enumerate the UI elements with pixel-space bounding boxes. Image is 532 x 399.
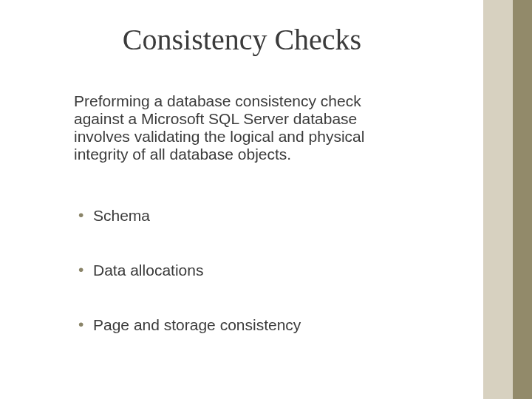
list-item: Data allocations	[74, 262, 384, 279]
bullet-label: Page and storage consistency	[93, 316, 301, 333]
bullet-list: Schema Data allocations Page and storage…	[74, 207, 384, 371]
sidebar-accent-light	[483, 0, 513, 399]
bullet-label: Data allocations	[93, 262, 203, 279]
list-item: Schema	[74, 207, 384, 225]
slide-paragraph: Preforming a database consistency check …	[74, 92, 384, 164]
sidebar-accent-dark	[513, 0, 532, 399]
bullet-label: Schema	[93, 207, 150, 224]
slide: Consistency Checks Preforming a database…	[0, 0, 532, 399]
list-item: Page and storage consistency	[74, 316, 384, 334]
slide-title: Consistency Checks	[0, 22, 484, 57]
